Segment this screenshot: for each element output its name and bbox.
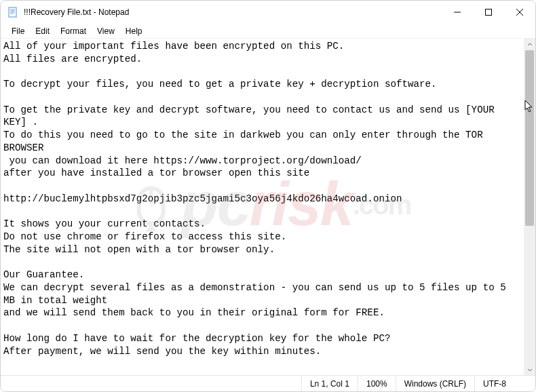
- menubar: File Edit Format View Help: [1, 24, 535, 39]
- titlebar[interactable]: !!!Recovery File.txt - Notepad: [1, 1, 535, 24]
- notepad-icon: [7, 7, 18, 18]
- text-editor[interactable]: All of your important files have been en…: [1, 39, 524, 375]
- scroll-up-button[interactable]: [524, 39, 535, 50]
- chevron-down-icon: [527, 367, 533, 372]
- window-controls: [442, 1, 535, 24]
- svg-line-7: [516, 9, 523, 16]
- svg-rect-6: [486, 9, 492, 16]
- close-button[interactable]: [504, 1, 535, 24]
- scroll-track[interactable]: [524, 50, 535, 364]
- svg-line-8: [516, 9, 523, 16]
- minimize-icon: [454, 9, 461, 16]
- menu-file[interactable]: File: [6, 25, 30, 37]
- menu-view[interactable]: View: [92, 25, 120, 37]
- scroll-down-button[interactable]: [524, 364, 535, 375]
- window-title: !!!Recovery File.txt - Notepad: [24, 7, 442, 17]
- notepad-window: !!!Recovery File.txt - Notepad File Edit…: [0, 0, 536, 392]
- close-icon: [516, 9, 523, 16]
- minimize-button[interactable]: [442, 1, 473, 24]
- status-position: Ln 1, Col 1: [301, 376, 358, 391]
- menu-format[interactable]: Format: [55, 25, 92, 37]
- status-line-ending: Windows (CRLF): [396, 376, 474, 391]
- maximize-button[interactable]: [473, 1, 504, 24]
- statusbar: Ln 1, Col 1 100% Windows (CRLF) UTF-8: [1, 375, 535, 391]
- vertical-scrollbar[interactable]: [524, 39, 535, 375]
- menu-help[interactable]: Help: [120, 25, 148, 37]
- scroll-thumb[interactable]: [525, 50, 534, 226]
- status-zoom: 100%: [358, 376, 396, 391]
- menu-edit[interactable]: Edit: [30, 25, 55, 37]
- chevron-up-icon: [527, 42, 533, 47]
- status-encoding: UTF-8: [474, 376, 535, 391]
- content-area: All of your important files have been en…: [1, 39, 535, 375]
- maximize-icon: [485, 9, 492, 16]
